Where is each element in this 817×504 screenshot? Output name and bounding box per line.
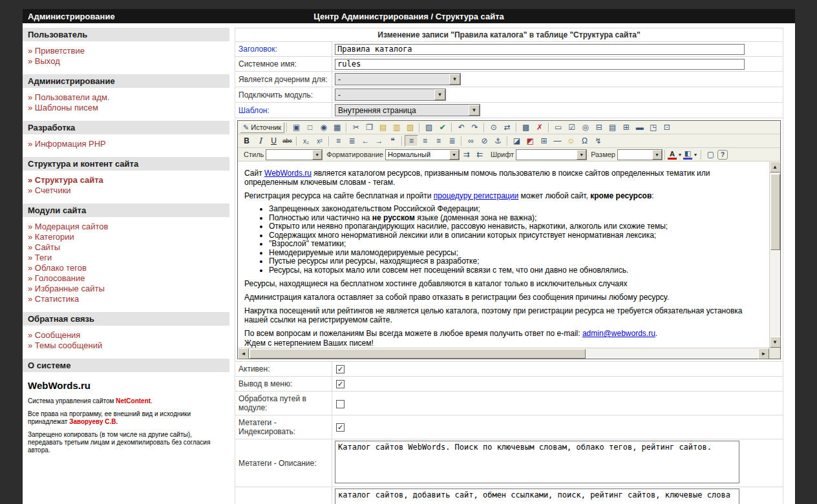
bold-icon[interactable]: B [240,135,253,147]
align-justify-icon[interactable]: ≣ [445,135,459,147]
table-icon[interactable]: ⊞ [537,135,551,147]
underline-icon[interactable]: U [267,135,281,147]
sidebar-item-sites[interactable]: » Сайты [23,242,229,252]
show-in-menu-checkbox[interactable]: ✓ [336,380,345,388]
sidebar-item-greeting[interactable]: » Приветствие [23,46,229,56]
text-field-icon[interactable]: ⊟ [592,121,606,133]
unordered-list-icon[interactable]: ≣ [345,135,359,147]
undo-icon[interactable]: ↶ [454,121,468,133]
unlink-icon[interactable]: ⊘ [478,135,491,147]
spell-check-icon[interactable]: ✔ [436,121,449,133]
redo-icon[interactable]: ↷ [468,121,482,133]
sidebar-item-message-topics[interactable]: » Темы сообщений [23,341,229,350]
sidebar-item-featured-sites[interactable]: » Избранные сайты [23,284,229,293]
radio-button-icon[interactable]: ◎ [578,121,592,133]
anchor-icon[interactable]: ⚓ [491,135,505,147]
maximize-icon[interactable]: ▢ [704,149,717,160]
sidebar-item-statistics[interactable]: » Статистика [23,294,229,304]
preview-icon[interactable]: ◉ [317,121,330,133]
subscript-icon[interactable]: x₂ [299,135,313,147]
select-all-icon[interactable]: ▩ [519,121,533,133]
text-direction-rtl-icon[interactable]: ⇇ [473,149,487,160]
ordered-list-icon[interactable]: ≡ [332,135,345,147]
align-right-icon[interactable]: ≡ [432,135,445,147]
sidebar-item-categories[interactable]: » Категории [23,232,229,242]
sidebar-item-tag-cloud[interactable]: » Облако тегов [23,263,229,273]
active-checkbox[interactable]: ✓ [336,365,345,373]
dropdown-arrow-icon[interactable]: ▼ [449,150,459,160]
align-left-icon[interactable]: ≡ [405,135,418,147]
indent-icon[interactable]: → [372,135,386,147]
page-break-icon[interactable]: ↯ [591,135,605,147]
module-select[interactable]: - ▼ [335,89,446,101]
sidebar-item-mail-templates[interactable]: » Шаблоны писем [23,103,229,112]
format-select[interactable]: Нормальный ▼ [385,149,460,160]
text-color-dropdown-arrow-icon[interactable]: ▼ [677,152,683,157]
about-editor-icon[interactable]: ? [717,150,728,160]
vertical-scroll-thumb[interactable] [770,174,780,250]
webwords-link[interactable]: WebWords.ru [264,169,312,178]
select-field-icon[interactable]: ⊞ [619,121,633,133]
system-name-input[interactable] [335,59,745,70]
sidebar-item-site-moderation[interactable]: » Модерация сайтов [23,222,229,231]
font-select[interactable]: ▼ [516,149,587,160]
background-color-dropdown-arrow-icon[interactable]: ▼ [692,152,699,157]
button-icon[interactable]: ▬ [633,121,646,133]
sidebar-item-admin-users[interactable]: » Пользователи адм. [23,92,229,102]
scroll-right-icon[interactable]: ► [758,348,769,359]
text-direction-ltr-icon[interactable]: ⇉ [460,149,473,160]
scroll-down-icon[interactable]: ▼ [770,337,781,348]
parent-select[interactable]: - ▼ [335,73,461,85]
dropdown-arrow-icon[interactable]: ▼ [312,150,322,160]
smiley-icon[interactable]: ☺ [564,135,578,147]
editor-horizontal-scrollbar[interactable]: ◄ ► [238,348,780,359]
image-button-icon[interactable]: ◳ [646,121,660,133]
link-icon[interactable]: ∞ [464,135,478,147]
sidebar-item-site-structure[interactable]: » Структура сайта [23,175,229,185]
admin-email-link[interactable]: admin@webwords.ru [582,329,655,338]
templates-icon[interactable]: ▦ [330,121,344,133]
align-center-icon[interactable]: ≡ [418,135,432,147]
find-icon[interactable]: ⊙ [487,121,500,133]
print-icon[interactable]: ▨ [422,121,436,133]
editor-vertical-scrollbar[interactable]: ▲ ▼ [769,162,780,348]
superscript-icon[interactable]: x² [313,135,326,147]
replace-icon[interactable]: ⇄ [500,121,514,133]
title-input[interactable] [335,44,745,55]
meta-keywords-textarea[interactable]: каталог сайтов, добавить сайт, обмен ссы… [335,488,739,504]
meta-index-checkbox[interactable]: ✓ [336,423,345,432]
sidebar-item-counters[interactable]: » Счетчики [23,185,229,195]
template-select[interactable]: Внутренняя страница ▼ [335,104,480,116]
source-button[interactable]: ✎ Источник [240,122,284,133]
flash-icon[interactable]: ◩ [524,135,537,147]
scroll-left-icon[interactable]: ◄ [238,348,249,359]
outdent-icon[interactable]: ← [359,135,372,147]
scroll-up-icon[interactable]: ▲ [770,162,781,173]
dropdown-arrow-icon[interactable]: ▼ [434,89,445,100]
form-icon[interactable]: ▭ [551,121,565,133]
textarea-icon[interactable]: ▤ [606,121,619,133]
text-color-icon[interactable]: A [668,149,677,160]
sidebar-item-voting[interactable]: » Голосование [23,273,229,283]
dropdown-arrow-icon[interactable]: ▼ [577,150,586,160]
blockquote-icon[interactable]: ❝ [386,135,399,147]
italic-icon[interactable]: I [253,135,267,147]
sidebar-item-php-info[interactable]: » Информация PHP [23,139,229,149]
path-processing-checkbox[interactable] [336,400,345,408]
horizontal-rule-icon[interactable]: ― [551,135,564,147]
save-icon[interactable]: ▣ [290,121,303,133]
cut-icon[interactable]: ✂ [349,121,363,133]
sidebar-item-messages[interactable]: » Сообщения [23,330,229,340]
horizontal-scroll-thumb[interactable] [249,349,586,359]
special-char-icon[interactable]: Ω [578,135,591,147]
remove-format-icon[interactable]: ✗ [533,121,546,133]
style-select[interactable]: ▼ [266,149,323,160]
dropdown-arrow-icon[interactable]: ▼ [469,105,480,116]
paste-word-icon[interactable]: ▧ [403,121,417,133]
hidden-field-icon[interactable]: ⊡ [660,121,674,133]
sidebar-item-tags[interactable]: » Теги [23,253,229,262]
size-select[interactable]: ▼ [617,149,663,160]
new-page-icon[interactable]: □ [303,121,317,133]
editor-content[interactable]: Сайт WebWords.ru является каталогом ресу… [238,162,769,348]
sidebar-item-logout[interactable]: » Выход [23,56,229,66]
